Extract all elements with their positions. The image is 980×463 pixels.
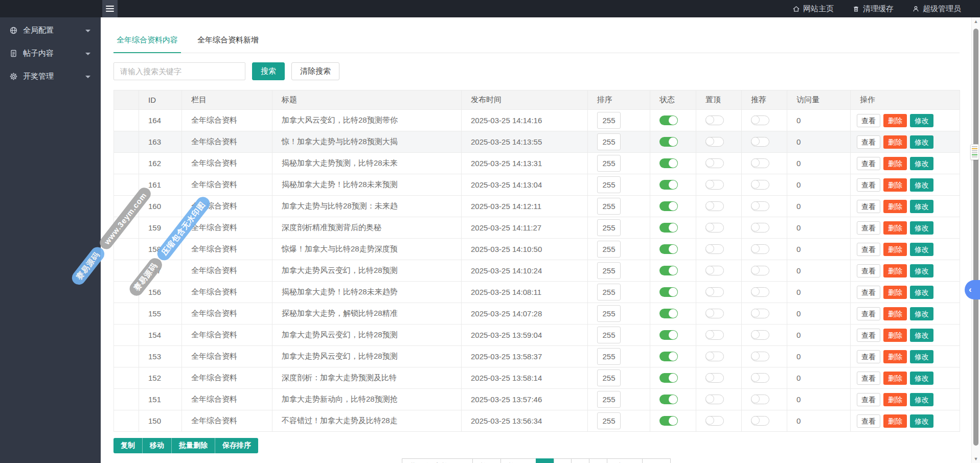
nav-site-home[interactable]: 网站主页 [792,4,834,14]
view-button[interactable]: 查看 [857,307,880,320]
pin-top-toggle[interactable] [705,416,724,426]
recommend-toggle[interactable] [751,287,769,297]
batch-delete-button[interactable]: 批量删除 [171,438,215,453]
edit-button[interactable]: 修改 [910,329,933,342]
pin-top-toggle[interactable] [705,180,724,190]
nav-clear-cache[interactable]: 清理缓存 [852,4,894,14]
scroll-up-icon[interactable]: ▲ [972,19,980,24]
recommend-toggle[interactable] [751,309,769,318]
sidebar-item-post-content[interactable]: 帖子内容 [0,42,101,65]
status-toggle[interactable] [659,395,678,404]
delete-button[interactable]: 删除 [883,221,907,235]
sort-input[interactable] [597,284,621,300]
edit-button[interactable]: 修改 [910,114,933,127]
view-button[interactable]: 查看 [857,178,880,192]
recommend-toggle[interactable] [751,266,769,275]
pin-top-toggle[interactable] [705,266,724,275]
delete-button[interactable]: 删除 [883,372,907,385]
page-first[interactable]: 首页 [472,458,501,463]
sidebar-toggle-button[interactable] [102,0,118,17]
view-button[interactable]: 查看 [857,329,880,342]
view-button[interactable]: 查看 [857,264,880,277]
page-3[interactable]: 3 [571,458,589,463]
recommend-toggle[interactable] [751,201,769,211]
edit-button[interactable]: 修改 [910,414,933,428]
status-toggle[interactable] [659,266,678,275]
pin-top-toggle[interactable] [705,373,724,383]
recommend-toggle[interactable] [751,395,769,404]
delete-button[interactable]: 删除 [883,393,907,406]
view-button[interactable]: 查看 [857,243,880,256]
view-button[interactable]: 查看 [857,414,880,428]
sort-input[interactable] [597,369,621,386]
view-button[interactable]: 查看 [857,350,880,363]
edit-button[interactable]: 修改 [910,135,933,149]
edit-button[interactable]: 修改 [910,178,933,192]
status-toggle[interactable] [659,115,678,125]
recommend-toggle[interactable] [751,373,769,383]
pin-top-toggle[interactable] [705,352,724,361]
delete-button[interactable]: 删除 [883,329,907,342]
search-button[interactable]: 搜索 [252,62,285,80]
recommend-toggle[interactable] [751,416,769,426]
view-button[interactable]: 查看 [857,286,880,299]
pin-top-toggle[interactable] [705,158,724,168]
page-last[interactable]: 尾页 [642,458,671,463]
delete-button[interactable]: 删除 [883,286,907,299]
status-toggle[interactable] [659,309,678,318]
recommend-toggle[interactable] [751,352,769,361]
scroll-down-icon[interactable]: ▼ [972,456,980,461]
pin-top-toggle[interactable] [705,201,724,211]
status-toggle[interactable] [659,416,678,426]
edit-button[interactable]: 修改 [910,264,933,277]
edit-button[interactable]: 修改 [910,200,933,213]
recommend-toggle[interactable] [751,158,769,168]
sort-input[interactable] [597,176,621,193]
pin-top-toggle[interactable] [705,287,724,297]
pin-top-toggle[interactable] [705,244,724,254]
sort-input[interactable] [597,262,621,279]
page-next[interactable]: 后一页 [607,458,643,463]
tab-content-list[interactable]: 全年综合资料内容 [113,32,181,53]
recommend-toggle[interactable] [751,115,769,125]
edit-button[interactable]: 修改 [910,221,933,235]
nav-admin-account[interactable]: 超级管理员 [912,4,961,14]
sort-input[interactable] [597,112,621,129]
recommend-toggle[interactable] [751,137,769,147]
status-toggle[interactable] [659,201,678,211]
delete-button[interactable]: 删除 [883,350,907,363]
delete-button[interactable]: 删除 [883,200,907,213]
clear-search-button[interactable]: 清除搜索 [291,62,339,80]
page-1[interactable]: 1 [536,458,554,463]
view-button[interactable]: 查看 [857,114,880,127]
page-4[interactable]: 4 [589,458,607,463]
delete-button[interactable]: 删除 [883,307,907,320]
edit-button[interactable]: 修改 [910,350,933,363]
pin-top-toggle[interactable] [705,115,724,125]
view-button[interactable]: 查看 [857,135,880,149]
status-toggle[interactable] [659,223,678,233]
status-toggle[interactable] [659,352,678,361]
sort-input[interactable] [597,348,621,365]
sort-input[interactable] [597,155,621,172]
status-toggle[interactable] [659,158,678,168]
tab-add-new[interactable]: 全年综合资料新增 [196,32,260,53]
recommend-toggle[interactable] [751,244,769,254]
delete-button[interactable]: 删除 [883,178,907,192]
edit-button[interactable]: 修改 [910,372,933,385]
edit-button[interactable]: 修改 [910,307,933,320]
sort-input[interactable] [597,198,621,215]
recommend-toggle[interactable] [751,330,769,340]
delete-button[interactable]: 删除 [883,135,907,149]
sort-input[interactable] [597,305,621,322]
recommend-toggle[interactable] [751,223,769,233]
recommend-toggle[interactable] [751,180,769,190]
vertical-scrollbar[interactable]: ▲ ▼ [971,17,980,463]
scrollbar-thumb[interactable] [973,29,978,446]
edit-button[interactable]: 修改 [910,157,933,170]
view-button[interactable]: 查看 [857,221,880,235]
view-button[interactable]: 查看 [857,372,880,385]
collapse-panel-button[interactable]: ‹ [965,280,980,299]
sort-input[interactable] [597,412,621,429]
view-button[interactable]: 查看 [857,157,880,170]
